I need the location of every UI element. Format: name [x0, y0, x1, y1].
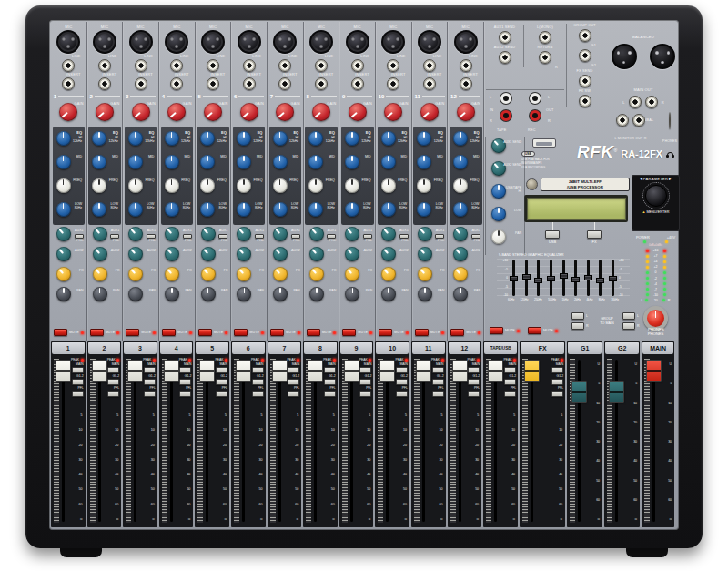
gain-knob[interactable] — [96, 103, 114, 121]
aux1-knob[interactable] — [165, 227, 179, 241]
fx-knob[interactable] — [165, 267, 179, 281]
geq-band-slider[interactable] — [596, 260, 604, 296]
mute-button[interactable] — [379, 329, 392, 336]
pfl-button[interactable] — [288, 391, 299, 397]
pan-knob[interactable] — [128, 287, 143, 301]
mic-xlr-jack[interactable] — [273, 30, 297, 54]
pan-knob[interactable] — [345, 287, 359, 301]
gain-knob[interactable] — [420, 103, 439, 121]
eq-freq-knob[interactable] — [92, 178, 106, 193]
line-jack[interactable] — [278, 59, 291, 72]
group-assign-button[interactable] — [504, 379, 516, 385]
return-l-jack[interactable] — [539, 31, 551, 44]
eq-mid-knob[interactable] — [165, 155, 179, 169]
pan-knob[interactable] — [273, 287, 288, 301]
pan-knob[interactable] — [453, 287, 468, 301]
aux2-send-jack[interactable] — [499, 51, 511, 64]
pfl-button[interactable] — [179, 391, 191, 397]
group1-to-main-l-button[interactable] — [571, 312, 584, 320]
aux2-knob[interactable] — [381, 247, 396, 261]
eq-hi-knob[interactable] — [273, 131, 288, 146]
balanced-xlr-r[interactable] — [650, 44, 675, 69]
group-assign-button[interactable] — [432, 379, 444, 385]
fx-footswitch-jack[interactable] — [579, 95, 592, 107]
mic-xlr-jack[interactable] — [454, 30, 478, 54]
mute-button[interactable] — [234, 329, 248, 336]
aux2-knob[interactable] — [418, 247, 432, 261]
eq-freq-knob[interactable] — [345, 178, 359, 193]
aux1-knob[interactable] — [93, 227, 107, 241]
pfl-button[interactable] — [72, 391, 84, 397]
group2-to-main-l-button[interactable] — [622, 312, 635, 320]
eq-hi-knob[interactable] — [345, 131, 359, 146]
mute-button[interactable] — [162, 329, 176, 336]
line-jack[interactable] — [62, 59, 75, 72]
insert-jack[interactable] — [170, 77, 183, 90]
group-assign-button[interactable] — [72, 379, 84, 385]
eq-freq-knob[interactable] — [273, 178, 288, 193]
group1-to-main-r-button[interactable] — [571, 322, 584, 330]
eq-hi-knob[interactable] — [128, 131, 143, 146]
eq-mid-knob[interactable] — [200, 155, 215, 169]
aux2-knob[interactable] — [309, 247, 324, 261]
mic-xlr-jack[interactable] — [309, 30, 333, 54]
mute-button[interactable] — [415, 329, 429, 336]
aux1-send-jack[interactable] — [499, 31, 511, 44]
eq-freq-knob[interactable] — [237, 178, 251, 193]
eq-mid-knob[interactable] — [417, 155, 431, 169]
eq-low-knob[interactable] — [56, 202, 71, 217]
mute-button[interactable] — [342, 329, 356, 336]
insert-jack[interactable] — [387, 77, 399, 90]
mute-button[interactable] — [90, 329, 104, 336]
rec-out-l-rca[interactable] — [530, 93, 541, 104]
mic-xlr-jack[interactable] — [418, 30, 441, 54]
insert-jack[interactable] — [315, 77, 328, 90]
eq-low-knob[interactable] — [453, 202, 468, 217]
eq-mid-knob[interactable] — [453, 155, 468, 169]
aux2-knob[interactable] — [165, 247, 179, 261]
fx-knob[interactable] — [56, 267, 71, 281]
insert-jack[interactable] — [98, 77, 111, 90]
main-assign-button[interactable] — [324, 367, 336, 373]
eq-low-knob[interactable] — [165, 202, 179, 217]
main-assign-button[interactable] — [144, 367, 156, 373]
main-assign-button[interactable] — [396, 367, 408, 373]
group-assign-button[interactable] — [288, 379, 299, 385]
group-out-1-jack[interactable] — [579, 29, 592, 42]
mic-xlr-jack[interactable] — [93, 30, 116, 54]
aux1-knob[interactable] — [128, 227, 143, 241]
eq-hi-knob[interactable] — [165, 131, 179, 146]
geq-band-slider[interactable] — [534, 260, 542, 296]
eq-mid-knob[interactable] — [273, 155, 288, 169]
aux2-knob[interactable] — [201, 247, 216, 261]
eq-hi-knob[interactable] — [92, 131, 106, 146]
eq-low-knob[interactable] — [417, 202, 431, 217]
aux2-knob[interactable] — [128, 247, 143, 261]
main-assign-button[interactable] — [288, 367, 299, 373]
main-assign-button[interactable] — [468, 367, 480, 373]
line-jack[interactable] — [170, 59, 183, 72]
eq-freq-knob[interactable] — [453, 178, 468, 193]
aux1-knob[interactable] — [381, 227, 396, 241]
mic-xlr-jack[interactable] — [381, 30, 405, 54]
geq-band-slider[interactable] — [584, 260, 592, 296]
main-assign-button[interactable] — [504, 367, 516, 373]
gain-knob[interactable] — [276, 103, 294, 121]
gain-knob[interactable] — [384, 103, 402, 121]
fader-cap[interactable] — [524, 360, 540, 382]
pfl-button[interactable] — [252, 391, 264, 397]
insert-jack[interactable] — [243, 77, 256, 90]
monitor-out-r-jack[interactable] — [632, 114, 645, 127]
gain-knob[interactable] — [457, 103, 475, 121]
mic-xlr-jack[interactable] — [165, 30, 188, 54]
eq-low-knob[interactable] — [200, 202, 215, 217]
line-jack[interactable] — [460, 59, 472, 72]
mute-button[interactable] — [198, 329, 212, 336]
group-assign-button[interactable] — [324, 379, 336, 385]
eq-mid-knob[interactable] — [237, 155, 251, 169]
line-jack[interactable] — [243, 59, 256, 72]
eq-mid-knob[interactable] — [92, 155, 106, 169]
aux1-knob[interactable] — [237, 227, 251, 241]
fx-knob[interactable] — [453, 267, 468, 281]
fx-knob[interactable] — [273, 267, 288, 281]
